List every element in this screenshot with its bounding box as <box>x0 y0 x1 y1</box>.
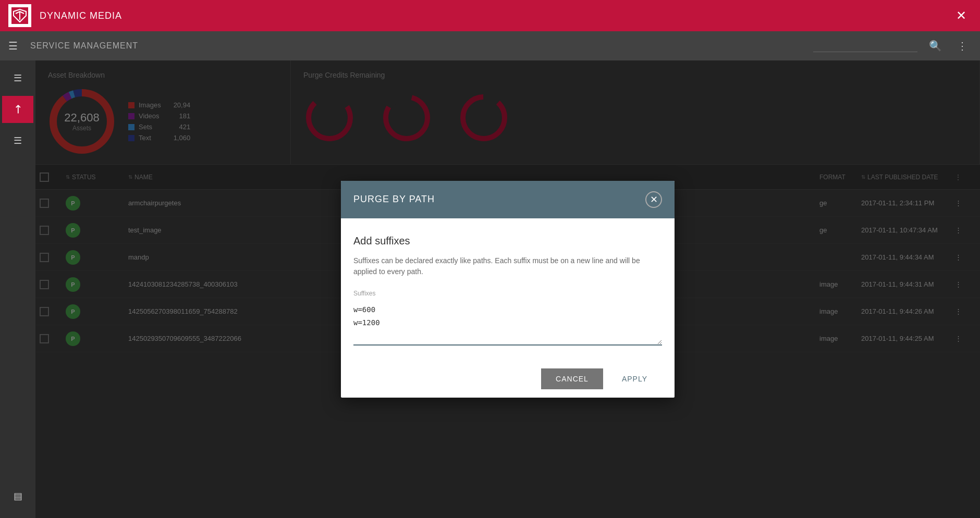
top-header: DYNAMIC MEDIA ✕ <box>0 0 980 31</box>
list-icon: ☰ <box>14 135 22 146</box>
sidebar: ☰ ↗ ☰ ▤ <box>0 60 35 518</box>
modal-body: Add suffixes Suffixes can be declared ex… <box>341 218 675 361</box>
app-logo <box>8 4 31 27</box>
modal-footer: CANCEL APPLY <box>341 360 675 398</box>
modal-header: PURGE BY PATH ✕ <box>341 181 675 218</box>
search-input[interactable] <box>813 40 917 52</box>
grid-icon: ▤ <box>14 490 22 502</box>
app-title: DYNAMIC MEDIA <box>40 10 951 21</box>
modal-title: PURGE BY PATH <box>353 194 435 205</box>
suffixes-textarea[interactable]: w=600 w=1200 <box>353 301 662 346</box>
sidebar-item-menu[interactable]: ☰ <box>2 65 33 92</box>
main-content: Asset Breakdown <box>35 60 980 518</box>
apply-button[interactable]: APPLY <box>607 368 662 389</box>
purge-by-path-modal: PURGE BY PATH ✕ Add suffixes Suffixes ca… <box>341 181 675 398</box>
page-title: SERVICE MANAGEMENT <box>30 41 813 51</box>
modal-overlay: PURGE BY PATH ✕ Add suffixes Suffixes ca… <box>35 60 980 518</box>
sidebar-item-grid[interactable]: ▤ <box>2 483 33 510</box>
sidebar-item-dashboard[interactable]: ↗ <box>2 96 33 123</box>
more-options-icon[interactable]: ⋮ <box>953 36 972 55</box>
menu-icon[interactable]: ☰ <box>8 40 18 52</box>
search-icon[interactable]: 🔍 <box>926 36 945 55</box>
sub-header: ☰ SERVICE MANAGEMENT 🔍 ⋮ <box>0 31 980 60</box>
modal-description: Suffixes can be declared exactly like pa… <box>353 255 662 277</box>
suffixes-field-label: Suffixes <box>353 290 662 297</box>
hamburger-icon: ☰ <box>14 72 22 84</box>
dashboard-icon: ↗ <box>9 101 26 117</box>
sidebar-item-list[interactable]: ☰ <box>2 127 33 154</box>
header-actions: 🔍 ⋮ <box>813 36 972 55</box>
main-layout: ☰ ↗ ☰ ▤ Asset Breakdown <box>0 60 980 518</box>
close-button[interactable]: ✕ <box>951 5 972 26</box>
modal-section-title: Add suffixes <box>353 235 662 247</box>
modal-close-button[interactable]: ✕ <box>645 191 662 208</box>
cancel-button[interactable]: CANCEL <box>541 368 603 389</box>
